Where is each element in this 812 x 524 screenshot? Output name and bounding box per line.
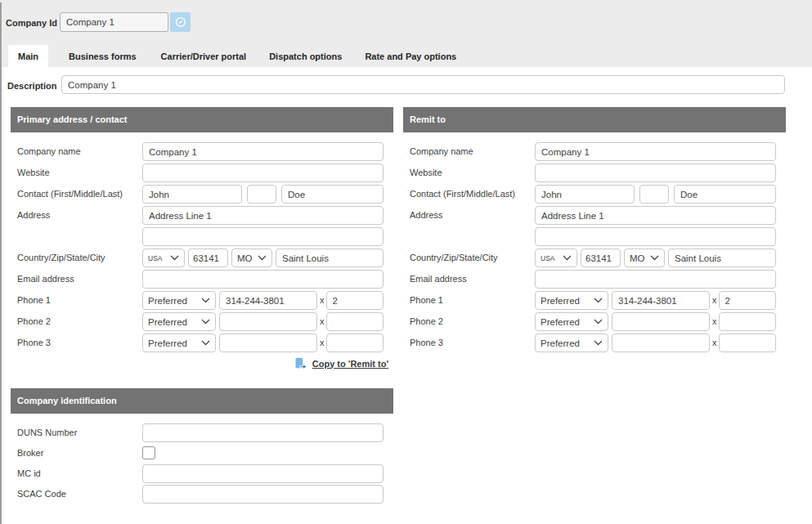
tab-rate-and-pay-options[interactable]: Rate and Pay options xyxy=(355,45,466,67)
primary-phone-1-type-select[interactable]: Preferred xyxy=(142,291,216,310)
remit-to-panel: Remit to Company nameWebsiteContact (Fir… xyxy=(403,107,786,372)
chevron-down-icon xyxy=(201,298,210,303)
form-row: Country/Zip/State/CityUSAMO xyxy=(11,249,393,267)
primary-country-select[interactable]: USA xyxy=(142,249,185,267)
description-input[interactable] xyxy=(61,75,785,94)
primary-phone-2-type-select[interactable]: Preferred xyxy=(142,312,216,331)
duns-number-input[interactable] xyxy=(142,423,384,442)
primary-contact-middle-input[interactable] xyxy=(247,185,276,204)
tab-bar: Main Business forms Carrier/Driver porta… xyxy=(8,45,466,67)
company-id-input[interactable] xyxy=(60,12,168,32)
extension-x-label: x xyxy=(712,338,717,352)
phone-2-label: Phone 2 xyxy=(17,316,51,326)
form-row: Contact (First/Middle/Last) xyxy=(11,185,393,204)
remit-phone-3-number-input[interactable] xyxy=(612,334,710,352)
email-address-label: Email address xyxy=(410,274,467,284)
primary-contact-first-input[interactable] xyxy=(142,185,242,204)
tab-business-forms[interactable]: Business forms xyxy=(59,45,146,67)
remit-phone-2-number-input[interactable] xyxy=(612,312,710,331)
scac-code-input[interactable] xyxy=(142,485,384,504)
company-id-label: Company Id xyxy=(6,18,57,28)
top-bar: Company Id Main Business forms Carrier/D… xyxy=(0,0,812,67)
primary-phone-2-number-input[interactable] xyxy=(219,312,317,331)
contact-label: Contact (First/Middle/Last) xyxy=(17,189,123,199)
primary-phone-2-ext-input[interactable] xyxy=(326,312,384,331)
phone-3-label: Phone 3 xyxy=(17,338,51,347)
chevron-down-icon xyxy=(594,340,603,346)
remit-contact-last-input[interactable] xyxy=(674,185,776,204)
chevron-down-icon xyxy=(594,319,603,325)
remit-address-line2-input[interactable] xyxy=(535,227,776,246)
remit-phone-1-number-input[interactable] xyxy=(612,291,710,310)
form-row: Website xyxy=(403,163,786,182)
primary-address-line1-input[interactable] xyxy=(142,206,384,225)
chevron-down-icon xyxy=(258,255,267,261)
remit-city-input[interactable] xyxy=(668,249,776,267)
form-row: Phone 3Preferredx xyxy=(403,334,786,352)
chevron-down-icon xyxy=(594,298,603,303)
primary-address-panel-header: Primary address / contact xyxy=(11,107,393,132)
phone-2-label: Phone 2 xyxy=(410,316,443,326)
form-row: Country/Zip/State/CityUSAMO xyxy=(403,249,786,267)
remit-website-input[interactable] xyxy=(535,163,776,182)
extension-x-label: x xyxy=(712,295,717,310)
remit-company-name-input[interactable] xyxy=(535,142,776,161)
primary-phone-1-ext-input[interactable] xyxy=(326,291,384,310)
company-identification-panel-header: Company identification xyxy=(11,388,393,414)
form-row: Contact (First/Middle/Last) xyxy=(403,185,786,204)
copy-to-remit-link[interactable]: Copy to 'Remit to' xyxy=(312,359,388,369)
form-row: Phone 2Preferredx xyxy=(11,312,393,331)
extension-x-label: x xyxy=(320,338,325,352)
remit-email-input[interactable] xyxy=(535,270,776,289)
address-label: Address xyxy=(410,210,442,220)
remit-phone-2-type-select[interactable]: Preferred xyxy=(535,312,608,331)
country-zip-state-city-label: Country/Zip/State/City xyxy=(410,253,498,262)
company-lookup-button[interactable] xyxy=(170,12,191,32)
primary-phone-3-type-select[interactable]: Preferred xyxy=(142,334,216,352)
description-label: Description xyxy=(7,81,57,91)
company-name-label: Company name xyxy=(410,146,473,156)
tab-main[interactable]: Main xyxy=(8,45,48,67)
remit-country-select[interactable]: USA xyxy=(535,249,577,267)
phone-3-label: Phone 3 xyxy=(410,338,443,347)
remit-phone-1-ext-input[interactable] xyxy=(719,291,776,310)
form-row: Phone 1Preferredx xyxy=(11,291,393,310)
contact-label: Contact (First/Middle/Last) xyxy=(410,189,515,199)
remit-phone-3-ext-input[interactable] xyxy=(719,334,776,352)
primary-zip-input[interactable] xyxy=(188,249,228,267)
remit-phone-1-type-select[interactable]: Preferred xyxy=(535,291,608,310)
copy-document-icon xyxy=(294,357,307,369)
remit-zip-input[interactable] xyxy=(581,249,621,267)
primary-city-input[interactable] xyxy=(276,249,384,267)
scac-code-label: SCAC Code xyxy=(17,489,66,499)
primary-state-select[interactable]: MO xyxy=(231,249,272,267)
left-border-line xyxy=(0,2,2,524)
primary-phone-3-number-input[interactable] xyxy=(219,334,317,352)
tab-carrier-driver-portal[interactable]: Carrier/Driver portal xyxy=(151,45,257,67)
mc-id-input[interactable] xyxy=(142,464,384,483)
primary-address-line2-input[interactable] xyxy=(142,227,384,246)
company-identification-panel: Company identification DUNS Number Broke… xyxy=(11,388,393,507)
remit-phone-3-type-select[interactable]: Preferred xyxy=(535,334,608,352)
primary-company-name-input[interactable] xyxy=(142,142,384,161)
remit-state-select[interactable]: MO xyxy=(624,249,665,267)
form-row: Company name xyxy=(11,142,393,161)
tab-dispatch-options[interactable]: Dispatch options xyxy=(259,45,352,67)
broker-checkbox[interactable] xyxy=(142,446,155,459)
remit-contact-middle-input[interactable] xyxy=(639,185,669,204)
website-label: Website xyxy=(17,168,50,177)
website-label: Website xyxy=(410,168,442,177)
address-label: Address xyxy=(17,210,50,220)
mc-id-label: MC id xyxy=(17,468,41,478)
primary-phone-1-number-input[interactable] xyxy=(219,291,317,310)
extension-x-label: x xyxy=(712,316,717,331)
form-row: Address xyxy=(11,206,393,225)
primary-email-input[interactable] xyxy=(142,270,384,289)
primary-phone-3-ext-input[interactable] xyxy=(326,334,384,352)
primary-website-input[interactable] xyxy=(142,163,384,182)
remit-contact-first-input[interactable] xyxy=(535,185,635,204)
remit-phone-2-ext-input[interactable] xyxy=(719,312,776,331)
form-row xyxy=(403,227,786,246)
remit-address-line1-input[interactable] xyxy=(535,206,776,225)
primary-contact-last-input[interactable] xyxy=(281,185,384,204)
